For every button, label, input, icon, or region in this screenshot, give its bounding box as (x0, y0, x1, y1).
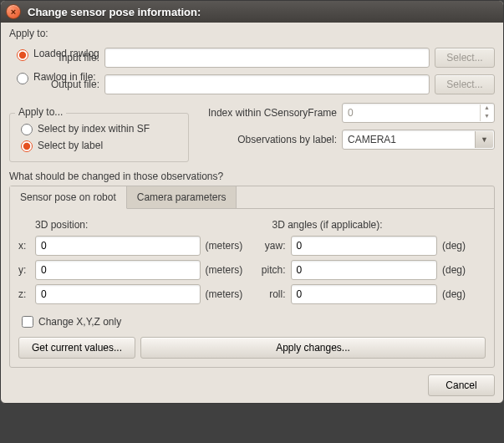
position-header: 3D position: (35, 219, 249, 231)
apply-changes-button[interactable]: Apply changes... (140, 337, 486, 359)
input-file-label: Input file: (26, 52, 99, 64)
pitch-field[interactable] (291, 260, 438, 280)
select-by-label-radio[interactable] (21, 140, 33, 152)
yaw-label: yaw: (256, 240, 286, 252)
title-bar: × Change sensor pose information: (1, 1, 503, 23)
apply-filter-header: Apply to... (15, 106, 66, 118)
input-file-select-button[interactable]: Select... (435, 48, 495, 68)
change-xyz-only-label: Change X,Y,Z only (38, 316, 121, 328)
index-within-sf-spinner[interactable]: 0 ▲▼ (342, 103, 495, 123)
y-label: y: (18, 264, 30, 276)
yaw-unit: (deg) (442, 240, 486, 252)
roll-field[interactable] (291, 284, 438, 304)
pitch-unit: (deg) (442, 264, 486, 276)
output-file-label: Output file: (26, 79, 99, 90)
what-should-change-label: What should be changed in those observat… (9, 171, 495, 182)
yaw-field[interactable] (291, 236, 438, 256)
z-label: z: (18, 288, 30, 300)
index-within-sf-label: Index within CSensoryFrame (199, 107, 337, 119)
roll-label: roll: (256, 288, 286, 300)
select-by-index-radio[interactable] (21, 124, 33, 135)
apply-filter-group: Apply to... Select by index within SF Se… (9, 113, 189, 162)
select-by-index-label: Select by index within SF (38, 123, 150, 135)
close-icon[interactable]: × (6, 4, 21, 19)
observations-by-label-combo[interactable]: CAMERA1 ▼ (342, 130, 495, 150)
tab-camera-parameters[interactable]: Camera parameters (127, 186, 237, 208)
window-title: Change sensor pose information: (28, 6, 201, 18)
x-label: x: (18, 240, 30, 252)
angles-header: 3D angles (if applicable): (272, 219, 486, 231)
pitch-label: pitch: (256, 264, 286, 276)
z-field[interactable] (35, 284, 201, 304)
index-within-sf-value: 0 (348, 107, 354, 119)
y-field[interactable] (35, 260, 201, 280)
change-xyz-only-checkbox[interactable] (22, 316, 33, 328)
input-file-field[interactable] (104, 48, 430, 68)
y-unit: (meters) (206, 264, 249, 276)
observations-by-label-value: CAMERA1 (348, 134, 396, 145)
z-unit: (meters) (206, 288, 249, 300)
tab-sensor-pose[interactable]: Sensor pose on robot (10, 186, 127, 209)
apply-to-header: Apply to: (9, 28, 495, 39)
spin-up-icon[interactable]: ▲ (480, 104, 493, 113)
x-field[interactable] (35, 236, 201, 256)
select-by-label-label: Select by label (38, 140, 103, 151)
cancel-button[interactable]: Cancel (428, 374, 495, 396)
spin-down-icon[interactable]: ▼ (480, 113, 493, 121)
chevron-down-icon[interactable]: ▼ (475, 131, 493, 148)
change-tabs: Sensor pose on robot Camera parameters 3… (9, 186, 495, 368)
output-file-select-button[interactable]: Select... (435, 74, 495, 94)
dialog-window: × Change sensor pose information: Apply … (0, 0, 504, 404)
observations-by-label-label: Observations by label: (199, 134, 337, 145)
output-file-field[interactable] (104, 74, 430, 94)
roll-unit: (deg) (442, 288, 486, 300)
get-current-values-button[interactable]: Get current values... (18, 337, 135, 359)
x-unit: (meters) (206, 240, 249, 252)
